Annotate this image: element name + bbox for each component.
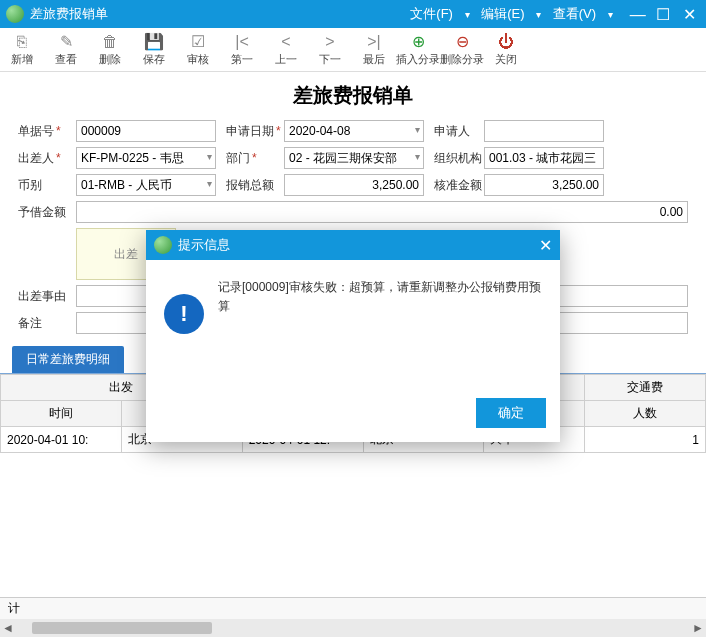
label-docno: 单据号 — [18, 123, 76, 140]
dialog-title: 提示信息 — [178, 236, 539, 254]
last-button[interactable]: >|最后 — [352, 32, 396, 67]
label-applydate: 申请日期 — [226, 123, 284, 140]
approved-input[interactable] — [484, 174, 604, 196]
applicant-input[interactable] — [484, 120, 604, 142]
view-button[interactable]: ✎查看 — [44, 32, 88, 67]
save-button[interactable]: 💾保存 — [132, 32, 176, 67]
horizontal-scrollbar[interactable]: ◄ ► — [0, 619, 706, 637]
minimize-button[interactable]: — — [627, 6, 649, 24]
dept-input[interactable] — [284, 147, 424, 169]
prev-button[interactable]: <上一 — [264, 32, 308, 67]
info-icon: ! — [164, 294, 204, 334]
minus-circle-icon: ⊖ — [456, 32, 469, 52]
footer-sum-row: 计 — [0, 597, 706, 619]
pencil-icon: ✎ — [60, 32, 73, 52]
new-button[interactable]: ⎘新增 — [0, 32, 44, 67]
docno-input[interactable] — [76, 120, 216, 142]
traveler-input[interactable] — [76, 147, 216, 169]
currency-input[interactable] — [76, 174, 216, 196]
label-reason: 出差事由 — [18, 288, 76, 305]
col-people[interactable]: 人数 — [585, 401, 706, 427]
label-loan: 予借金额 — [18, 204, 76, 221]
label-applicant: 申请人 — [434, 123, 484, 140]
window-title: 差旅费报销单 — [30, 5, 108, 23]
dialog-titlebar: 提示信息 ✕ — [146, 230, 560, 260]
dialog-ok-button[interactable]: 确定 — [476, 398, 546, 428]
delete-button[interactable]: 🗑删除 — [88, 32, 132, 67]
dialog-close-button[interactable]: ✕ — [539, 236, 552, 255]
label-approved: 核准金额 — [434, 177, 484, 194]
page-title: 差旅费报销单 — [0, 72, 706, 115]
power-icon: ⏻ — [498, 32, 514, 52]
first-icon: |< — [235, 32, 249, 52]
chevron-down-icon: ▾ — [608, 9, 613, 20]
app-icon — [6, 5, 24, 23]
next-button[interactable]: >下一 — [308, 32, 352, 67]
scroll-left-icon[interactable]: ◄ — [0, 621, 16, 635]
scroll-thumb[interactable] — [32, 622, 212, 634]
dialog-message: 记录[000009]审核失败：超预算，请重新调整办公报销费用预算 — [218, 278, 542, 372]
prev-icon: < — [281, 32, 290, 52]
insert-entry-button[interactable]: ⊕插入分录 — [396, 32, 440, 67]
alert-dialog: 提示信息 ✕ ! 记录[000009]审核失败：超预算，请重新调整办公报销费用预… — [146, 230, 560, 442]
close-button[interactable]: ⏻关闭 — [484, 32, 528, 67]
org-input[interactable] — [484, 147, 604, 169]
delete-entry-button[interactable]: ⊖删除分录 — [440, 32, 484, 67]
applydate-input[interactable] — [284, 120, 424, 142]
chevron-down-icon: ▾ — [536, 9, 541, 20]
sum-label: 计 — [8, 600, 20, 617]
label-currency: 币别 — [18, 177, 76, 194]
loan-input[interactable] — [76, 201, 688, 223]
plus-circle-icon: ⊕ — [412, 32, 425, 52]
cell-people[interactable]: 1 — [585, 427, 706, 453]
menu-view[interactable]: 查看(V) — [553, 6, 596, 21]
label-traveler: 出差人 — [18, 150, 76, 167]
last-icon: >| — [367, 32, 381, 52]
next-icon: > — [325, 32, 334, 52]
trash-icon: 🗑 — [102, 32, 118, 52]
app-icon — [154, 236, 172, 254]
toolbar: ⎘新增 ✎查看 🗑删除 💾保存 ☑审核 |<第一 <上一 >下一 >|最后 ⊕插… — [0, 28, 706, 72]
save-icon: 💾 — [144, 32, 164, 52]
scroll-right-icon[interactable]: ► — [690, 621, 706, 635]
label-total: 报销总额 — [226, 177, 284, 194]
title-bar: 差旅费报销单 文件(F) ▾ 编辑(E) ▾ 查看(V) ▾ — ☐ ✕ — [0, 0, 706, 28]
menu-file[interactable]: 文件(F) — [410, 6, 453, 21]
reason-header-text: 出差 — [114, 246, 138, 263]
total-input — [284, 174, 424, 196]
label-org: 组织机构 — [434, 150, 484, 167]
check-icon: ☑ — [191, 32, 205, 52]
cell-depart-time[interactable]: 2020-04-01 10: — [1, 427, 122, 453]
close-window-button[interactable]: ✕ — [678, 5, 700, 24]
chevron-down-icon: ▾ — [465, 9, 470, 20]
label-dept: 部门 — [226, 150, 284, 167]
label-remark: 备注 — [18, 315, 76, 332]
first-button[interactable]: |<第一 — [220, 32, 264, 67]
col-depart-time[interactable]: 时间 — [1, 401, 122, 427]
audit-button[interactable]: ☑审核 — [176, 32, 220, 67]
tab-daily-expense[interactable]: 日常差旅费明细 — [12, 346, 124, 373]
maximize-button[interactable]: ☐ — [652, 5, 674, 24]
scroll-track[interactable] — [32, 621, 674, 635]
menu-edit[interactable]: 编辑(E) — [481, 6, 524, 21]
col-group-transport: 交通费 — [585, 375, 706, 401]
plus-file-icon: ⎘ — [17, 32, 27, 52]
